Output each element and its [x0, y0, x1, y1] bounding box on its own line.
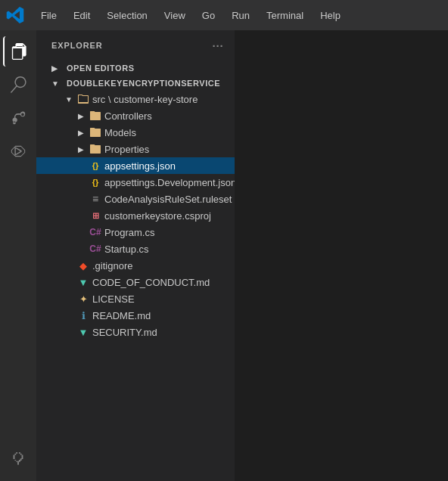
file-gitignore-label: .gitignore — [92, 260, 132, 272]
conduct-spacer: ▶ — [64, 278, 74, 287]
file-license[interactable]: ▶ ✦ LICENSE — [36, 290, 235, 307]
run-activity-icon[interactable] — [3, 136, 33, 166]
appsettings-dev-spacer: ▶ — [76, 178, 86, 187]
md-blue-icon-conduct: ▼ — [77, 276, 89, 288]
folder-models-label: Models — [104, 127, 136, 138]
sidebar: EXPLORER ··· ▶ OPEN EDITORS ▼ DOUBLEKEYE… — [36, 30, 235, 481]
folder-icon-controllers — [89, 110, 101, 122]
file-security-label: SECURITY.md — [92, 327, 157, 338]
models-chevron: ▶ — [76, 129, 86, 137]
md-blue-icon-security: ▼ — [77, 326, 89, 338]
ruleset-spacer: ▶ — [76, 195, 86, 203]
file-license-label: LICENSE — [92, 293, 135, 305]
file-startup-cs[interactable]: ▶ C# Startup.cs — [36, 240, 235, 257]
appsettings-spacer: ▶ — [76, 162, 86, 170]
folder-models[interactable]: ▶ Models — [36, 124, 235, 141]
folder-src-label: src \ customer-key-store — [92, 94, 198, 105]
file-tree: ▶ OPEN EDITORS ▼ DOUBLEKEYENCRYPTIONSERV… — [36, 61, 235, 481]
file-gitignore[interactable]: ▶ ◆ .gitignore — [36, 257, 235, 274]
folder-properties-label: Properties — [104, 144, 149, 155]
cs-icon-program: C# — [89, 226, 101, 238]
license-spacer: ▶ — [64, 295, 74, 303]
activity-bar — [0, 30, 36, 481]
startup-spacer: ▶ — [76, 245, 86, 253]
explorer-header-actions: ··· — [210, 38, 226, 53]
more-actions-icon[interactable]: ··· — [210, 38, 226, 53]
file-appsettings-dev-label: appsettings.Development.json — [104, 177, 235, 188]
file-readme[interactable]: ▶ ℹ README.md — [36, 307, 235, 324]
file-program-cs[interactable]: ▶ C# Program.cs — [36, 224, 235, 240]
menu-go[interactable]: Go — [194, 7, 222, 24]
program-spacer: ▶ — [76, 228, 86, 237]
ruleset-icon: ≡ — [89, 193, 101, 205]
extensions-activity-icon[interactable] — [3, 445, 33, 475]
menu-terminal[interactable]: Terminal — [259, 7, 311, 24]
open-editors-label: OPEN EDITORS — [67, 64, 135, 73]
file-code-of-conduct-label: CODE_OF_CONDUCT.md — [92, 277, 210, 288]
explorer-title: EXPLORER — [51, 41, 103, 50]
explorer-header: EXPLORER ··· — [36, 30, 235, 61]
info-icon-readme: ℹ — [77, 309, 89, 321]
license-icon: ✦ — [77, 293, 89, 305]
file-ruleset[interactable]: ▶ ≡ CodeAnalysisRuleSet.ruleset — [36, 191, 235, 207]
controllers-chevron: ▶ — [76, 112, 86, 120]
project-chevron: ▼ — [51, 79, 64, 88]
file-security[interactable]: ▶ ▼ SECURITY.md — [36, 324, 235, 340]
folder-icon-properties — [89, 143, 101, 155]
file-appsettings-label: appsettings.json — [104, 160, 176, 172]
folder-icon-models — [89, 126, 101, 138]
folder-src[interactable]: ▼ src \ customer-key-store — [36, 91, 235, 107]
readme-spacer: ▶ — [64, 312, 74, 320]
json-icon-appsettings: {} — [89, 160, 101, 172]
csproj-spacer: ▶ — [76, 212, 86, 220]
file-appsettings-json[interactable]: ▶ {} appsettings.json — [36, 157, 235, 174]
menu-bar: File Edit Selection View Go Run Terminal… — [0, 0, 448, 30]
menu-file[interactable]: File — [33, 7, 64, 24]
src-chevron: ▼ — [64, 95, 74, 104]
main-layout: EXPLORER ··· ▶ OPEN EDITORS ▼ DOUBLEKEYE… — [0, 30, 448, 481]
folder-properties[interactable]: ▶ Properties — [36, 141, 235, 157]
vscode-logo — [6, 6, 24, 24]
folder-controllers[interactable]: ▶ Controllers — [36, 107, 235, 124]
menu-edit[interactable]: Edit — [66, 7, 98, 24]
cs-icon-startup: C# — [89, 243, 101, 255]
open-editors-chevron: ▶ — [51, 64, 64, 73]
editor-area — [235, 30, 448, 481]
folder-icon-src — [77, 93, 89, 105]
source-control-activity-icon[interactable] — [3, 103, 33, 133]
project-label: DOUBLEKEYENCRYPTIONSERVICE — [67, 79, 220, 88]
file-startup-label: Startup.cs — [104, 244, 149, 255]
file-csproj-label: customerkeystore.csproj — [104, 210, 211, 222]
menu-selection[interactable]: Selection — [99, 7, 154, 24]
properties-chevron: ▶ — [76, 145, 86, 154]
git-icon: ◆ — [77, 259, 89, 272]
open-editors-section[interactable]: ▶ OPEN EDITORS — [36, 61, 235, 76]
security-spacer: ▶ — [64, 328, 74, 337]
csproj-icon: ⊞ — [89, 209, 101, 222]
file-csproj[interactable]: ▶ ⊞ customerkeystore.csproj — [36, 207, 235, 224]
file-code-of-conduct[interactable]: ▶ ▼ CODE_OF_CONDUCT.md — [36, 274, 235, 290]
search-activity-icon[interactable] — [3, 70, 33, 100]
file-program-label: Program.cs — [104, 227, 154, 238]
json-icon-appsettings-dev: {} — [89, 176, 101, 188]
file-appsettings-dev-json[interactable]: ▶ {} appsettings.Development.json — [36, 174, 235, 191]
menu-help[interactable]: Help — [313, 7, 348, 24]
menu-view[interactable]: View — [157, 7, 193, 24]
file-ruleset-label: CodeAnalysisRuleSet.ruleset — [104, 194, 232, 205]
folder-controllers-label: Controllers — [104, 110, 152, 122]
explorer-activity-icon[interactable] — [3, 36, 33, 67]
gitignore-spacer: ▶ — [64, 262, 74, 270]
project-section-header[interactable]: ▼ DOUBLEKEYENCRYPTIONSERVICE — [36, 76, 235, 91]
menu-run[interactable]: Run — [224, 7, 257, 24]
file-readme-label: README.md — [92, 310, 151, 321]
